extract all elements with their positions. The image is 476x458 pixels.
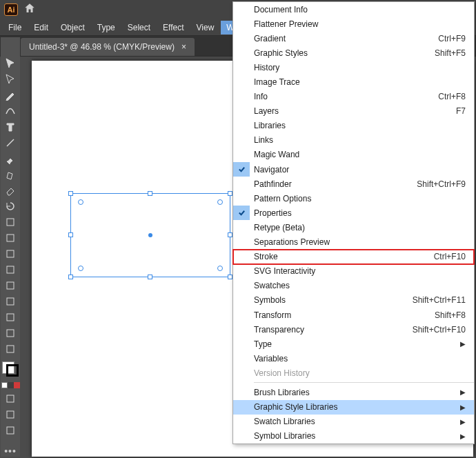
resize-handle[interactable] <box>68 232 73 237</box>
menu-separator <box>254 382 474 383</box>
type-tool[interactable] <box>3 121 18 133</box>
menu-item-label: Swatches <box>250 281 466 290</box>
menu-item-navigator[interactable]: Navigator <box>233 162 474 177</box>
menu-item-flattener-preview[interactable]: Flattener Preview <box>233 17 474 31</box>
fill-stroke-swatch[interactable] <box>2 361 19 377</box>
resize-handle[interactable] <box>148 275 152 279</box>
menu-item-graphic-styles[interactable]: Graphic StylesShift+F5 <box>233 46 474 60</box>
menu-item-label: Document Info <box>250 5 466 14</box>
menu-item-variables[interactable]: Variables <box>233 351 474 366</box>
eraser-tool[interactable] <box>3 185 18 197</box>
menu-item-label: Transparency <box>250 325 413 335</box>
menu-item-swatch-libraries[interactable]: Swatch Libraries▶ <box>233 415 474 429</box>
menu-item-graphic-style-libraries[interactable]: Graphic Style Libraries▶ <box>233 400 474 415</box>
menu-item-image-trace[interactable]: Image Trace <box>233 74 474 89</box>
menu-item-magic-wand[interactable]: Magic Wand <box>233 148 474 162</box>
menu-item-label: Symbols <box>250 295 413 305</box>
artboard-tool[interactable] <box>3 408 18 420</box>
center-point[interactable] <box>148 233 152 237</box>
menu-shortcut: Shift+F8 <box>435 310 466 320</box>
menu-item-retype-beta-[interactable]: Retype (Beta) <box>233 220 474 235</box>
resize-handle[interactable] <box>228 191 232 196</box>
anchor-point[interactable] <box>78 266 83 271</box>
home-icon[interactable] <box>23 2 36 17</box>
line-tool[interactable] <box>3 137 18 149</box>
curvature-tool[interactable] <box>3 106 18 117</box>
menu-item-label: Stroke <box>250 252 434 261</box>
slice-tool[interactable] <box>3 424 18 436</box>
menu-shortcut: Ctrl+F9 <box>438 34 466 43</box>
check-icon <box>233 162 250 177</box>
rotate-tool[interactable] <box>3 201 18 212</box>
menu-item-swatches[interactable]: Swatches <box>233 279 474 293</box>
menu-item-gradient[interactable]: GradientCtrl+F9 <box>233 31 474 46</box>
menu-item-info[interactable]: InfoCtrl+F8 <box>233 90 474 104</box>
column-graph-tool[interactable] <box>3 392 18 404</box>
scale-tool[interactable] <box>3 217 18 228</box>
menu-item-label: Brush Libraries <box>250 388 460 397</box>
document-tab[interactable]: Untitled-3* @ 46.98 % (CMYK/Preview) × <box>21 38 195 56</box>
resize-handle[interactable] <box>68 191 73 196</box>
menu-file[interactable]: File <box>3 21 27 34</box>
resize-handle[interactable] <box>228 232 232 237</box>
menu-item-symbols[interactable]: SymbolsShift+Ctrl+F11 <box>233 293 474 308</box>
perspective-tool[interactable] <box>3 279 18 291</box>
shaper-tool[interactable] <box>3 169 18 181</box>
resize-handle[interactable] <box>148 191 152 196</box>
svg-rect-4 <box>7 250 14 257</box>
menu-item-links[interactable]: Links <box>233 133 474 148</box>
menu-item-pattern-options[interactable]: Pattern Options <box>233 191 474 206</box>
menu-item-properties[interactable]: Properties <box>233 206 474 220</box>
menu-item-separations-preview[interactable]: Separations Preview <box>233 235 474 250</box>
menu-item-type[interactable]: Type▶ <box>233 337 474 351</box>
gradient-tool[interactable] <box>3 311 18 323</box>
menu-type[interactable]: Type <box>92 21 121 34</box>
anchor-point[interactable] <box>78 199 83 205</box>
menu-edit[interactable]: Edit <box>28 21 54 34</box>
menu-item-transform[interactable]: TransformShift+F8 <box>233 308 474 322</box>
chevron-right-icon: ▶ <box>460 432 466 440</box>
menu-shortcut: Ctrl+F10 <box>434 252 466 261</box>
chevron-right-icon: ▶ <box>460 404 466 411</box>
menu-item-transparency[interactable]: TransparencyShift+Ctrl+F10 <box>233 322 474 337</box>
menu-object[interactable]: Object <box>55 21 90 34</box>
check-icon <box>233 206 250 220</box>
menu-item-label: History <box>250 63 466 72</box>
menu-item-brush-libraries[interactable]: Brush Libraries▶ <box>233 385 474 399</box>
selection-tool[interactable] <box>3 58 18 70</box>
menu-item-libraries[interactable]: Libraries <box>233 119 474 133</box>
menu-item-pathfinder[interactable]: PathfinderShift+Ctrl+F9 <box>233 177 474 191</box>
free-transform-tool[interactable] <box>3 248 18 259</box>
menu-view[interactable]: View <box>191 21 220 34</box>
eyedropper-tool[interactable] <box>3 327 18 339</box>
anchor-point[interactable] <box>217 266 223 271</box>
menu-item-svg-interactivity[interactable]: SVG Interactivity <box>233 264 474 279</box>
menu-item-label: Gradient <box>250 34 438 43</box>
menu-item-stroke[interactable]: StrokeCtrl+F10 <box>233 250 474 264</box>
svg-rect-6 <box>7 282 14 289</box>
menu-item-symbol-libraries[interactable]: Symbol Libraries▶ <box>233 429 474 444</box>
menu-item-document-info[interactable]: Document Info <box>233 2 474 17</box>
blend-tool[interactable] <box>3 343 18 355</box>
pen-tool[interactable] <box>3 90 18 101</box>
anchor-point[interactable] <box>217 199 223 205</box>
menu-item-label: Swatch Libraries <box>250 417 460 426</box>
window-menu-dropdown[interactable]: Document InfoFlattener PreviewGradientCt… <box>232 1 475 444</box>
color-mode-icons[interactable] <box>1 382 20 388</box>
menu-item-label: Graphic Style Libraries <box>250 402 460 412</box>
menu-effect[interactable]: Effect <box>157 21 189 34</box>
menu-item-history[interactable]: History <box>233 60 474 74</box>
close-icon[interactable]: × <box>181 42 186 52</box>
edit-toolbar-icon[interactable]: ••• <box>4 446 17 457</box>
menu-select[interactable]: Select <box>122 21 156 34</box>
direct-selection-tool[interactable] <box>3 74 18 86</box>
resize-handle[interactable] <box>68 275 73 279</box>
menu-item-label: Libraries <box>250 121 466 130</box>
width-tool[interactable] <box>3 232 18 243</box>
paintbrush-tool[interactable] <box>3 153 18 165</box>
shape-builder-tool[interactable] <box>3 263 18 275</box>
menu-item-layers[interactable]: LayersF7 <box>233 104 474 119</box>
resize-handle[interactable] <box>228 275 232 279</box>
selected-rectangle[interactable] <box>70 193 230 277</box>
mesh-tool[interactable] <box>3 295 18 307</box>
